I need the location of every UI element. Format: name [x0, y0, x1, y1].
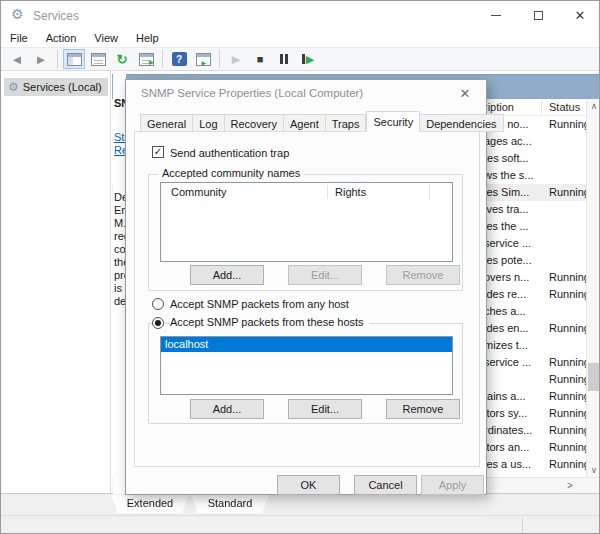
forward-arrow-icon: ►: [35, 52, 48, 67]
start-service-icon: ▶: [232, 53, 240, 66]
maximize-button[interactable]: [517, 1, 559, 29]
menu-help[interactable]: Help: [127, 32, 168, 44]
accept-any-host-radio[interactable]: [152, 298, 164, 310]
close-icon: ✕: [575, 8, 586, 23]
pause-service-button[interactable]: [273, 49, 295, 69]
accept-any-host-label[interactable]: Accept SNMP packets from any host: [170, 298, 349, 310]
services-gears-icon: ⚙: [11, 6, 24, 22]
toolbar: ◄ ► ↻ ► ? ▶ ▶ ■ ▶: [1, 47, 600, 71]
tree-item-label: Services (Local): [23, 81, 102, 93]
community-list[interactable]: Community Rights: [160, 182, 453, 262]
tree-item-services-local[interactable]: ⚙ Services (Local): [4, 78, 108, 96]
services-window: ⚙ Services ✕ File Action View Help ◄ ► ↻…: [0, 0, 600, 534]
menu-action[interactable]: Action: [37, 32, 86, 44]
tab-traps[interactable]: Traps: [326, 114, 367, 132]
menu-file[interactable]: File: [1, 32, 37, 44]
column-header-community[interactable]: Community: [171, 186, 227, 198]
community-remove-button[interactable]: Remove: [386, 265, 460, 285]
refresh-icon: ↻: [117, 52, 128, 67]
dialog-close-button[interactable]: ✕: [453, 84, 477, 103]
tab-agent[interactable]: Agent: [284, 114, 326, 132]
extended-view-icon: ▶: [196, 53, 211, 66]
properties-icon: [91, 53, 106, 66]
export-list-button[interactable]: ►: [135, 49, 157, 69]
start-service-button[interactable]: ▶: [225, 49, 247, 69]
column-divider: [327, 185, 328, 199]
ok-button[interactable]: OK: [277, 475, 340, 495]
snmp-properties-dialog: SNMP Service Properties (Local Computer)…: [125, 79, 487, 495]
status-bar-separator: [522, 518, 523, 534]
forward-button[interactable]: ►: [30, 49, 52, 69]
community-add-button[interactable]: Add...: [190, 265, 264, 285]
tab-dependencies[interactable]: Dependencies: [420, 114, 503, 132]
apply-button[interactable]: Apply: [421, 475, 484, 495]
accepted-communities-label: Accepted community names: [158, 167, 304, 179]
host-item-localhost[interactable]: localhost: [161, 337, 452, 352]
maximize-icon: [534, 11, 543, 20]
back-arrow-icon: ◄: [11, 52, 24, 67]
tab-standard[interactable]: Standard: [191, 495, 269, 513]
send-auth-trap-label[interactable]: Send authentication trap: [170, 147, 289, 159]
tab-security[interactable]: Security: [366, 111, 420, 132]
tab-extended[interactable]: Extended: [111, 495, 189, 513]
console-tree-icon: [67, 53, 82, 66]
column-divider: [429, 185, 430, 199]
restart-service-icon: ▶: [302, 53, 314, 66]
community-edit-button[interactable]: Edit...: [288, 265, 362, 285]
refresh-button[interactable]: ↻: [111, 49, 133, 69]
dialog-tab-strip: General Log On Recovery Agent Traps Secu…: [140, 111, 504, 132]
menu-view[interactable]: View: [85, 32, 127, 44]
host-remove-button[interactable]: Remove: [386, 399, 460, 419]
toolbar-separator: [219, 50, 220, 68]
extended-view-button[interactable]: ▶: [192, 49, 214, 69]
description-fragment: is: [114, 282, 122, 294]
title-bar: ⚙ Services ✕: [1, 1, 600, 29]
accept-these-hosts-label[interactable]: Accept SNMP packets from these hosts: [170, 316, 369, 328]
scrollbar-thumb[interactable]: [588, 363, 600, 391]
export-list-icon: ►: [139, 53, 154, 66]
column-header-rights[interactable]: Rights: [335, 186, 366, 198]
window-title: Services: [33, 9, 79, 23]
help-button[interactable]: ?: [168, 49, 190, 69]
console-tree-pane: ⚙ Services (Local): [1, 71, 111, 494]
dialog-title: SNMP Service Properties (Local Computer): [141, 87, 363, 99]
tab-recovery[interactable]: Recovery: [225, 114, 284, 132]
menu-bar: File Action View Help: [1, 29, 600, 47]
cancel-button[interactable]: Cancel: [354, 475, 417, 495]
back-button[interactable]: ◄: [6, 49, 28, 69]
toolbar-separator: [162, 50, 163, 68]
send-auth-trap-checkbox[interactable]: ✓: [152, 146, 164, 158]
minimize-button[interactable]: [475, 1, 517, 29]
stop-service-button[interactable]: ■: [249, 49, 271, 69]
vertical-scrollbar[interactable]: ∧ ∨: [586, 99, 600, 477]
close-button[interactable]: ✕: [559, 1, 600, 29]
minimize-icon: [491, 15, 501, 16]
stop-service-icon: ■: [257, 53, 264, 65]
scroll-up-icon[interactable]: ∧: [587, 99, 600, 113]
properties-button[interactable]: [87, 49, 109, 69]
help-icon: ?: [172, 52, 187, 66]
host-add-button[interactable]: Add...: [190, 399, 264, 419]
hosts-list[interactable]: localhost: [160, 336, 453, 395]
view-tab-strip: Extended Standard: [1, 494, 600, 515]
tab-general[interactable]: General: [140, 114, 193, 132]
status-bar: [1, 515, 600, 534]
restart-service-button[interactable]: ▶: [297, 49, 319, 69]
services-node-icon: ⚙: [8, 80, 19, 94]
column-divider: [541, 100, 542, 114]
accept-these-hosts-radio[interactable]: [152, 317, 164, 329]
scroll-down-icon[interactable]: ∨: [587, 463, 600, 477]
show-console-tree-button[interactable]: [63, 49, 85, 69]
column-header-status[interactable]: Status: [549, 101, 580, 113]
pause-service-icon: [280, 54, 288, 64]
toolbar-separator: [57, 50, 58, 68]
host-edit-button[interactable]: Edit...: [288, 399, 362, 419]
description-fragment: co: [114, 243, 126, 255]
tab-log-on[interactable]: Log On: [193, 114, 224, 132]
scroll-right-icon[interactable]: >: [563, 479, 577, 493]
